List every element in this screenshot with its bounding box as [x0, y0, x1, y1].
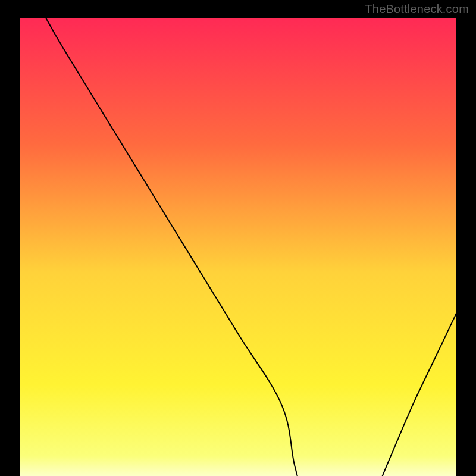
bottleneck-chart — [0, 0, 476, 476]
chart-frame: TheBottleneck.com — [0, 0, 476, 476]
gradient-background — [20, 18, 456, 476]
